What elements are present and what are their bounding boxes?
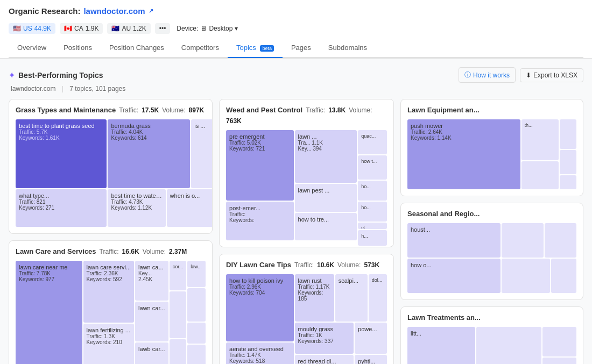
treemap-cell[interactable]: litt...: [407, 327, 475, 364]
treemap-cell[interactable]: lawn pest ...: [295, 184, 357, 211]
treemap-cell[interactable]: [560, 119, 576, 149]
treemap-cell[interactable]: law...: [187, 261, 206, 287]
treemap-cell[interactable]: push mower Traffic: 2.64K Keywords: 1.14…: [407, 119, 520, 189]
tab-positions[interactable]: Positions: [55, 38, 101, 58]
flag-ca[interactable]: 🇨🇦 CA 1.9K: [60, 23, 103, 34]
treemap-cell[interactable]: red thread di...: [295, 355, 354, 364]
treemap-cell[interactable]: pyhti...: [355, 355, 387, 364]
treemap-cell[interactable]: when is o...: [167, 189, 213, 227]
treemap-cell[interactable]: [542, 327, 576, 356]
treemap-cell[interactable]: lawn car...: [135, 302, 168, 341]
section-meta: lawndoctor.com | 7 topics, 101 pages: [9, 85, 583, 92]
device-selector[interactable]: Device: 🖥 Desktop ▾: [177, 25, 238, 32]
device-label: Device:: [177, 25, 198, 32]
treemap-cell[interactable]: [502, 259, 550, 293]
treemap-cell[interactable]: how o...: [407, 259, 501, 293]
treemap-cell[interactable]: ho...: [358, 202, 387, 222]
topic-card-seasonal: Seasonal and Regio... houst... how o...: [400, 203, 583, 300]
domain-link[interactable]: lawndoctor.com: [83, 6, 145, 16]
flag-au[interactable]: 🇦🇺 AU 1.2K: [107, 23, 150, 34]
country-flags: 🇺🇸 US 44.9K 🇨🇦 CA 1.9K 🇦🇺 AU 1.2K •••: [9, 19, 170, 38]
treemap-cell[interactable]: mouldy grass Traffic: 1K Keywords: 337: [295, 323, 354, 354]
lawn-care-treemap: lawn care near me Traffic: 7.78K Keyword…: [16, 261, 206, 364]
treemap-cell[interactable]: how to kill poison ivy Traffic: 2.96K Ke…: [226, 274, 294, 341]
tab-pages[interactable]: Pages: [283, 38, 320, 58]
topic-card-grass-header: Grass Types and Maintenance Traffic: 17.…: [16, 106, 206, 114]
weed-treemap: pre emergent Traffic: 5.02K Keywords: 72…: [226, 130, 387, 240]
right-column: Lawn Equipment an... push mower Traffic:…: [400, 99, 583, 364]
treemap-cell[interactable]: how t...: [358, 155, 387, 180]
tab-competitors[interactable]: Competitors: [173, 38, 228, 58]
treemap-cell[interactable]: h...: [358, 230, 387, 246]
export-button[interactable]: ⬇ Export to XLSX: [520, 68, 583, 82]
treemap-cell[interactable]: powe...: [355, 323, 387, 354]
treemap-cell[interactable]: lawn care servi... Traffic: 2.36K Keywor…: [83, 261, 135, 323]
treemap-cell[interactable]: lawn fertilizing ... Traffic: 1.3K Keywo…: [83, 324, 135, 364]
treemap-cell[interactable]: best time to water grass Traffic: 4.73K …: [108, 189, 165, 227]
how-it-works-button[interactable]: ⓘ How it works: [459, 67, 516, 83]
topic-card-equipment: Lawn Equipment an... push mower Traffic:…: [400, 99, 583, 196]
treemap-cell[interactable]: [560, 175, 576, 189]
treemap-cell[interactable]: lawn rust Traffic: 1.17K Keywords: 185: [295, 274, 334, 322]
treemap-cell[interactable]: what type... Traffic: 821 Keywords: 271: [16, 189, 107, 227]
treemap-cell[interactable]: [476, 327, 542, 364]
treemap-cell[interactable]: lawn ... Tra... 1.1K Key... 394: [295, 130, 357, 183]
treemap-cell[interactable]: [170, 291, 187, 339]
treemap-cell[interactable]: is ...: [191, 119, 213, 188]
page-title: Organic Research: lawndoctor.com ↗: [9, 0, 583, 16]
treemap-cell[interactable]: [545, 223, 576, 258]
us-value: 44.9K: [34, 25, 51, 32]
treemap-cell[interactable]: [187, 345, 206, 364]
topic-card-weed: Weed and Pest Control Traffic: 13.8K Vol…: [219, 99, 394, 247]
chevron-down-icon: ▾: [235, 25, 238, 32]
us-code: US: [23, 25, 32, 32]
treemap-cell[interactable]: bermuda grass Traffic: 4.04K Keywords: 6…: [108, 119, 190, 188]
treemap-cell[interactable]: post-emer... Traffic: Keywords:: [226, 202, 294, 240]
action-buttons: ⓘ How it works ⬇ Export to XLSX: [459, 67, 583, 83]
treemap-cell[interactable]: aerate and overseed Traffic: 1.47K Keywo…: [226, 342, 294, 364]
topic-card-diy: DIY Lawn Care Tips Traffic: 10.6K Volume…: [219, 254, 394, 364]
diy-treemap: how to kill poison ivy Traffic: 2.96K Ke…: [226, 274, 387, 364]
topic-card-lawn-care-header: Lawn Care and Services Traffic: 16.6K Vo…: [16, 247, 206, 255]
treemap-cell[interactable]: how to tre...: [295, 213, 357, 240]
topic-card-diy-header: DIY Lawn Care Tips Traffic: 10.6K Volume…: [226, 261, 387, 269]
info-icon: ⓘ: [464, 70, 471, 80]
treemap-cell[interactable]: ho...: [358, 181, 387, 201]
tab-overview[interactable]: Overview: [9, 38, 55, 58]
section-header: ✦ Best-Performing Topics ⓘ How it works …: [9, 67, 583, 83]
treemap-cell[interactable]: vi...: [358, 223, 387, 229]
tab-topics[interactable]: Topics beta: [228, 38, 283, 58]
topics-grid: Grass Types and Maintenance Traffic: 17.…: [9, 99, 583, 364]
grass-treemap: best time to plant grass seed Traffic: 5…: [16, 119, 206, 227]
tab-subdomains[interactable]: Subdomains: [320, 38, 376, 58]
treemap-cell[interactable]: lawn care near me Traffic: 7.78K Keyword…: [16, 261, 82, 364]
treemap-cell[interactable]: quac...: [358, 130, 387, 154]
treemap-cell[interactable]: [521, 161, 559, 189]
treemap-cell[interactable]: houst...: [407, 223, 501, 258]
treemap-cell[interactable]: [170, 339, 187, 364]
treemap-cell[interactable]: [542, 358, 576, 365]
treemap-cell[interactable]: scalpi...: [335, 274, 368, 322]
flag-us[interactable]: 🇺🇸 US 44.9K: [9, 23, 55, 34]
treemap-cell[interactable]: [551, 259, 576, 293]
treemap-cell[interactable]: [560, 150, 576, 175]
more-countries-button[interactable]: •••: [155, 23, 171, 34]
topic-card-lawn-care: Lawn Care and Services Traffic: 16.6K Vo…: [9, 240, 213, 364]
beta-badge: beta: [260, 45, 274, 52]
treemap-cell[interactable]: dol...: [369, 274, 387, 322]
ca-flag-icon: 🇨🇦: [64, 25, 72, 32]
treemap-cell[interactable]: cor...: [170, 261, 187, 290]
equipment-treemap: push mower Traffic: 2.64K Keywords: 1.14…: [407, 119, 576, 189]
treemap-cell[interactable]: lawn ca... Key... 2.45K: [135, 261, 168, 301]
treemap-cell[interactable]: pre emergent Traffic: 5.02K Keywords: 72…: [226, 130, 294, 201]
treemap-cell[interactable]: [502, 223, 544, 258]
ca-value: 1.9K: [86, 25, 99, 32]
treemap-cell[interactable]: th...: [521, 119, 559, 160]
device-value: Desktop: [209, 25, 232, 32]
section-title: ✦ Best-Performing Topics: [9, 71, 103, 80]
treemap-cell[interactable]: lawb car...: [135, 342, 168, 364]
treemap-cell[interactable]: [187, 323, 206, 344]
treemap-cell[interactable]: best time to plant grass seed Traffic: 5…: [16, 119, 107, 188]
tab-position-changes[interactable]: Position Changes: [101, 38, 173, 58]
treemap-cell[interactable]: [187, 288, 206, 322]
